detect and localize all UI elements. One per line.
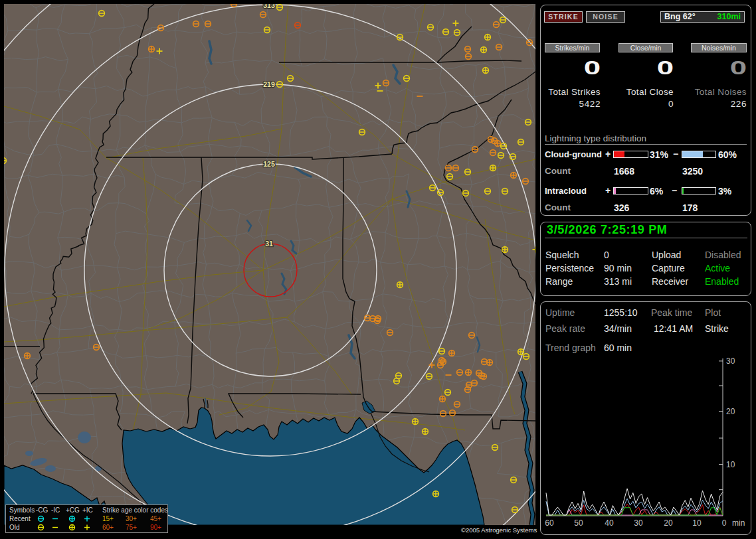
svg-text:30: 30 [726,356,735,366]
svg-text:min: min [732,518,745,528]
svg-text:40: 40 [605,518,614,528]
svg-text:10: 10 [726,460,735,469]
svg-text:60: 60 [545,518,554,528]
svg-text:125: 125 [263,160,275,168]
svg-text:0: 0 [722,518,727,528]
svg-text:10: 10 [692,518,702,528]
svg-text:20: 20 [726,407,735,416]
svg-text:50: 50 [574,518,583,528]
svg-text:219: 219 [263,80,275,88]
svg-text:20: 20 [664,518,673,528]
svg-text:31: 31 [265,240,273,248]
svg-text:30: 30 [634,518,643,528]
svg-text:313: 313 [263,4,275,9]
